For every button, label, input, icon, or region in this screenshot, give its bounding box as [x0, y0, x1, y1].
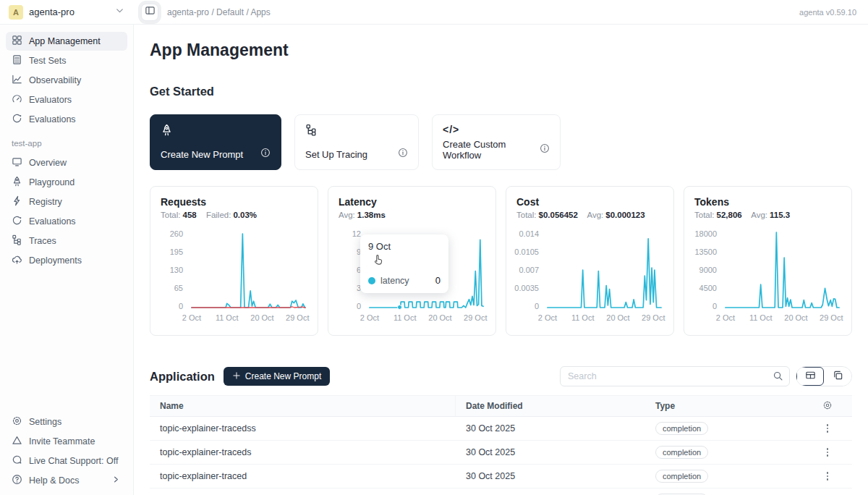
column-header-type[interactable]: Type [645, 401, 803, 411]
row-menu-button[interactable] [824, 445, 832, 460]
column-header-name[interactable]: Name [150, 396, 456, 416]
tooltip-date: 9 Oct [368, 241, 441, 252]
gauge-icon [12, 93, 22, 106]
monitor-icon [12, 156, 22, 169]
top-bar: A agenta-pro agenta-pro / Default / Apps… [0, 0, 868, 25]
cursor-pointer-icon [372, 253, 385, 269]
chart-title: Tokens [694, 196, 841, 208]
card-label: Create Custom Workflow [443, 139, 540, 161]
series-dot [368, 277, 375, 284]
sidebar-item-overview[interactable]: Overview [6, 153, 127, 172]
chevron-down-icon [114, 5, 125, 19]
chart-title: Latency [339, 196, 485, 208]
loop-icon [12, 113, 22, 126]
chart-line-icon [12, 74, 22, 87]
app-type-badge: completion [655, 446, 708, 459]
x-axis-labels: 2 Oct11 Oct20 Oct29 Oct [190, 310, 307, 323]
search-icon[interactable] [773, 371, 783, 384]
tooltip-value: 0 [435, 275, 441, 286]
column-settings-gear-icon[interactable] [822, 400, 833, 412]
help-icon [12, 474, 22, 487]
sidebar-item-test-sets[interactable]: Test Sets [6, 51, 127, 70]
table-row[interactable]: topic-explainer-tracedss 30 Oct 2025 com… [150, 417, 852, 441]
sidebar-item-traces[interactable]: Traces [6, 232, 127, 250]
info-icon[interactable] [260, 148, 271, 161]
plot-area[interactable] [190, 229, 307, 310]
sidebar-item-label: Live Chat Support: Off [29, 456, 118, 466]
tokens-chart-card: Tokens Total:52,806 Avg:115.3 1800013500… [684, 186, 852, 336]
sidebar-item-label: Test Sets [29, 56, 66, 66]
table-view-button[interactable] [796, 367, 824, 386]
branch-icon [305, 124, 408, 139]
sidebar-item-evaluations-app[interactable]: Evaluations [6, 212, 127, 231]
card-view-button[interactable] [824, 367, 851, 386]
latency-chart-card: Latency Avg:1.38ms 129630 2 Oct11 Oct20 … [328, 186, 496, 336]
plot-area[interactable] [545, 229, 663, 310]
info-icon[interactable] [540, 143, 550, 156]
create-new-prompt-button[interactable]: Create New Prompt [224, 367, 330, 386]
card-label: Set Up Tracing [305, 149, 367, 160]
sidebar-item-label: Observability [29, 75, 81, 85]
get-started-cards: Create New Prompt Set Up Tracing </> Cre… [150, 114, 852, 170]
code-icon: </> [443, 124, 550, 135]
breadcrumb[interactable]: agenta-pro / Default / Apps [167, 7, 271, 17]
chart-title: Cost [516, 196, 663, 208]
sidebar-item-invite-teammate[interactable]: Invite Teammate [6, 432, 127, 451]
rows-icon [12, 54, 22, 67]
sidebar-item-label: Overview [29, 158, 67, 168]
sidebar-item-deployments[interactable]: Deployments [6, 251, 127, 270]
sidebar-item-playground[interactable]: Playground [6, 173, 127, 192]
search-input[interactable] [560, 366, 790, 386]
org-switcher[interactable]: A agenta-pro [0, 5, 134, 20]
app-date-modified: 30 Oct 2025 [456, 447, 645, 457]
sidebar-item-label: Registry [29, 197, 62, 207]
card-label: Create New Prompt [161, 149, 243, 160]
sidebar-item-label: Settings [29, 417, 61, 427]
x-axis-labels: 2 Oct11 Oct20 Oct29 Oct [545, 310, 663, 323]
sidebar-item-evaluators[interactable]: Evaluators [6, 90, 127, 109]
branch-icon [12, 234, 22, 248]
sidebar-item-label: Deployments [29, 255, 82, 266]
app-date-modified: 30 Oct 2025 [456, 423, 645, 433]
info-icon[interactable] [398, 148, 408, 161]
create-new-prompt-card[interactable]: Create New Prompt [150, 114, 281, 170]
sidebar-item-label: Traces [29, 236, 56, 246]
sidebar-item-evaluations[interactable]: Evaluations [6, 110, 127, 129]
cost-chart-card: Cost Total:$0.056452 Avg:$0.000123 0.014… [506, 186, 674, 336]
sidebar-item-label: Playground [29, 177, 75, 187]
org-name: agenta-pro [29, 7, 109, 17]
plus-icon [232, 371, 241, 382]
sidebar-item-settings[interactable]: Settings [6, 412, 127, 431]
chart-tooltip: 9 Oct latency 0 [360, 234, 448, 293]
sidebar-item-label: Evaluations [29, 114, 76, 124]
chart-stats: Total:458 Failed:0.03% [161, 211, 307, 219]
chart-stats: Total:52,806 Avg:115.3 [694, 211, 841, 219]
view-toggle [796, 366, 852, 386]
app-version: agenta v0.59.10 [799, 8, 856, 17]
table-view-icon [805, 370, 816, 384]
column-header-date[interactable]: Date Modified [456, 401, 645, 411]
sidebar-toggle-button[interactable] [141, 4, 158, 21]
y-axis-labels: 260195130650 [161, 229, 190, 310]
chart-stats: Total:$0.056452 Avg:$0.000123 [516, 211, 663, 219]
set-up-tracing-card[interactable]: Set Up Tracing [294, 114, 419, 170]
create-custom-workflow-card[interactable]: </> Create Custom Workflow [432, 114, 561, 170]
row-menu-button[interactable] [824, 469, 832, 483]
sidebar-item-observability[interactable]: Observability [6, 71, 127, 90]
main-content: App Management Get Started Create New Pr… [134, 25, 868, 495]
gear-icon [12, 415, 22, 428]
rocket-icon [161, 124, 271, 139]
table-row[interactable]: topic-explainer-traced 30 Oct 2025 compl… [150, 465, 852, 488]
sidebar-item-app-management[interactable]: App Management [6, 32, 127, 51]
row-menu-button[interactable] [824, 421, 832, 436]
sidebar-item-help-docs[interactable]: Help & Docs [6, 471, 127, 490]
sidebar-item-live-chat[interactable]: Live Chat Support: Off [6, 452, 127, 470]
sidebar-bottom: Settings Invite Teammate Live Chat Suppo… [6, 412, 127, 491]
chart-title: Requests [161, 196, 307, 208]
plot-area[interactable] [723, 229, 841, 310]
apps-table: Name Date Modified Type topic-explainer-… [150, 395, 852, 495]
sidebar-item-registry[interactable]: Registry [6, 192, 127, 211]
get-started-title: Get Started [150, 85, 852, 98]
table-row[interactable]: topic-explainer-traceds 30 Oct 2025 comp… [150, 441, 852, 465]
table-row[interactable]: career-assessment 27 Oct 2025 completion [150, 488, 852, 495]
